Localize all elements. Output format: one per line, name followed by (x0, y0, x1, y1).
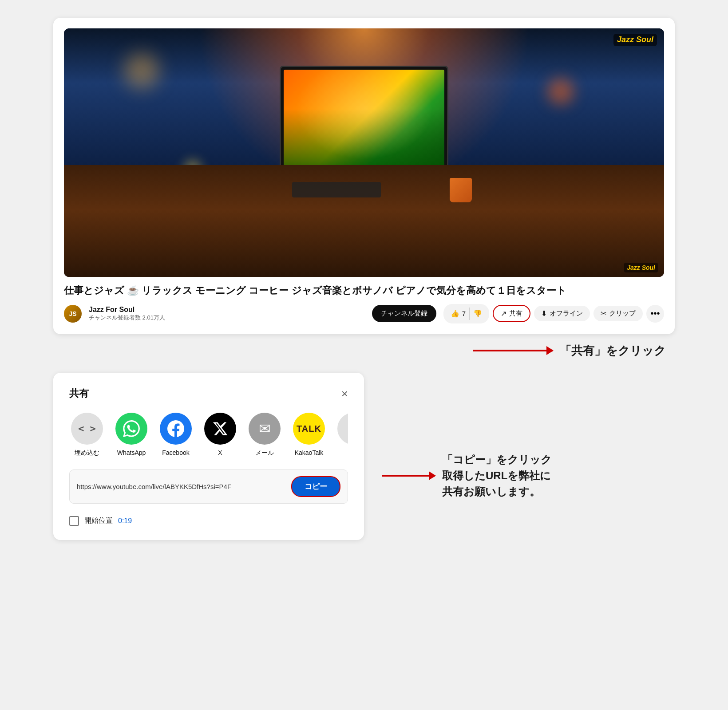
channel-avatar: JS (64, 305, 82, 323)
monitor-screen (284, 70, 444, 168)
thumbs-up-icon: 👍 (451, 309, 459, 318)
copy-arrow-line (382, 475, 435, 477)
share-url-text: https://www.youtube.com/live/lABYKK5DfHs… (77, 483, 286, 490)
like-divider (469, 308, 470, 320)
video-thumbnail[interactable]: Jazz Soul Jazz Soul (64, 28, 664, 277)
like-button[interactable]: 👍 7 👎 (443, 304, 489, 323)
share-embed-item[interactable]: < > 埋め込む (69, 413, 105, 457)
share-dialog: 共有 × < > 埋め込む WhatsApp (53, 373, 364, 540)
share-close-button[interactable]: × (341, 388, 348, 399)
share-dialog-title: 共有 (69, 387, 89, 400)
share-icons-row: < > 埋め込む WhatsApp F (69, 413, 348, 457)
share-start-row: 開始位置 0:19 (69, 516, 348, 526)
video-meta-row: JS Jazz For Soul チャンネル登録者数 2.01万人 チャンネル登… (64, 304, 664, 323)
channel-name: Jazz For Soul (89, 306, 365, 314)
channel-logo-top: Jazz Soul (613, 34, 657, 46)
offline-label: オフライン (550, 309, 583, 318)
keyboard (292, 182, 381, 197)
copy-annotation-lines: 「コピー」をクリック 取得したURLを弊社に 共有お願いします。 (442, 453, 552, 499)
bokeh-2 (547, 78, 574, 105)
copy-line-3: 共有お願いします。 (442, 485, 552, 499)
share-icon: ↗ (501, 309, 506, 318)
start-position-label: 開始位置 (84, 516, 113, 525)
kakaotalk-icon: TALK (293, 413, 325, 445)
like-count: 7 (462, 310, 466, 317)
channel-subscribers: チャンネル登録者数 2.01万人 (89, 314, 365, 322)
twitter-label: X (218, 449, 222, 456)
clip-button[interactable]: ✂ クリップ (593, 306, 643, 321)
facebook-icon (160, 413, 192, 445)
whatsapp-icon (115, 413, 147, 445)
more-options-button[interactable]: ••• (646, 305, 664, 323)
next-icon: › (337, 413, 348, 445)
annotation-share-click: 「共有」をクリック (53, 343, 675, 359)
share-facebook-item[interactable]: Facebook (158, 413, 194, 456)
more-dots-icon: ••• (650, 308, 660, 319)
share-kakaotalk-item[interactable]: TALK KakaoTalk (291, 413, 327, 456)
video-actions: 👍 7 👎 ↗ 共有 ⬇ オフライン ✂ クリップ ••• (443, 304, 664, 323)
share-email-item[interactable]: ✉ メール (247, 413, 282, 457)
subscribe-button[interactable]: チャンネル登録 (372, 305, 436, 322)
whatsapp-label: WhatsApp (117, 449, 146, 456)
share-section: 共有 × < > 埋め込む WhatsApp (53, 373, 675, 540)
download-icon: ⬇ (541, 309, 547, 318)
clip-label: クリップ (609, 309, 636, 318)
scissors-icon: ✂ (601, 309, 606, 318)
bokeh-1 (124, 53, 159, 89)
kakaotalk-label: KakaoTalk (295, 449, 324, 456)
copy-annotation: 「コピー」をクリック 取得したURLを弊社に 共有お願いします。 (382, 373, 675, 499)
embed-icon: < > (71, 413, 103, 445)
channel-info: Jazz For Soul チャンネル登録者数 2.01万人 (89, 306, 365, 322)
copy-line-2: 取得したURLを弊社に (442, 469, 552, 483)
copy-button[interactable]: コピー (291, 476, 340, 497)
video-title: 仕事とジャズ ☕ リラックス モーニング コーヒー ジャズ音楽とボサノバ ピアノ… (64, 284, 664, 298)
share-arrow: 「共有」をクリック (473, 343, 666, 359)
share-label: 共有 (509, 309, 522, 318)
facebook-label: Facebook (162, 449, 189, 456)
start-position-time: 0:19 (118, 517, 132, 525)
share-url-row: https://www.youtube.com/live/lABYKK5DfHs… (69, 469, 348, 504)
start-position-checkbox[interactable] (69, 516, 79, 526)
share-annotation-text: 「共有」をクリック (560, 343, 666, 359)
thumbs-down-icon: 👎 (473, 309, 482, 318)
twitter-icon (204, 413, 236, 445)
email-icon: ✉ (249, 413, 281, 445)
embed-label: 埋め込む (75, 449, 99, 457)
email-label: メール (255, 449, 274, 457)
share-button[interactable]: ↗ 共有 (493, 305, 530, 322)
coffee-mug (450, 178, 472, 202)
youtube-card: Jazz Soul Jazz Soul 仕事とジャズ ☕ リラックス モーニング… (53, 18, 675, 334)
copy-line-1: 「コピー」をクリック (442, 453, 552, 467)
share-whatsapp-item[interactable]: WhatsApp (114, 413, 149, 456)
copy-arrow-row: 「コピー」をクリック 取得したURLを弊社に 共有お願いします。 (382, 453, 675, 499)
offline-button[interactable]: ⬇ オフライン (534, 306, 590, 321)
share-next-item[interactable]: › (336, 413, 348, 445)
channel-watermark: Jazz Soul (624, 263, 658, 272)
share-twitter-item[interactable]: X (202, 413, 238, 456)
share-dialog-header: 共有 × (69, 387, 348, 400)
share-arrow-line (473, 350, 553, 351)
monitor (280, 66, 448, 172)
